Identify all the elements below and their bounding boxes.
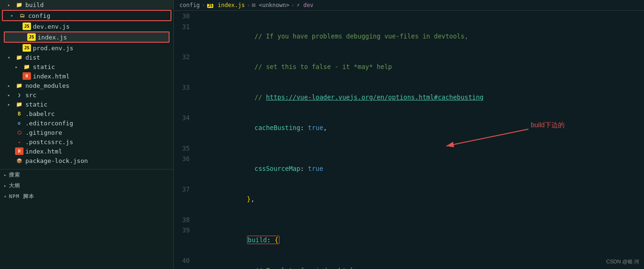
sidebar-label-config: config <box>28 12 169 19</box>
table-row: 38 <box>174 215 644 225</box>
babelrc-icon: B <box>15 110 23 117</box>
section-npm-label: NPM 脚本 <box>9 193 34 200</box>
sidebar-item-editorconfig[interactable]: ⚙ .editorconfig <box>0 118 173 128</box>
watermark: CSDN @银·河 <box>606 258 639 265</box>
line-number: 30 <box>174 11 197 22</box>
line-code: }, <box>197 184 644 215</box>
sidebar-label-static-root: static <box>25 101 171 108</box>
pkg-icon: 📦 <box>15 157 23 164</box>
sidebar-label-editorconfig: .editorconfig <box>25 120 171 127</box>
line-code <box>197 143 644 154</box>
table-row: 39 build: { <box>174 225 644 255</box>
line-number: 39 <box>174 225 197 255</box>
postcss-icon: ✦ <box>15 138 23 146</box>
line-code: // If you have problems debugging vue-fi… <box>197 22 644 52</box>
table-row: 30 <box>174 11 644 22</box>
line-number: 31 <box>174 22 197 52</box>
line-number: 40 <box>174 255 197 269</box>
sidebar-label-build: build <box>25 1 171 8</box>
section-outline[interactable]: ▸ 大纲 <box>0 180 173 191</box>
html-icon-2: H <box>15 147 23 155</box>
table-row: 34 cacheBusting: true, <box>174 113 644 143</box>
sidebar-label-src: src <box>25 92 171 99</box>
sidebar-item-index-html-dist[interactable]: H index.html <box>0 71 173 81</box>
sidebar-item-gitignore[interactable]: ⬡ .gitignore <box>0 128 173 137</box>
config-folder-icon: 🗂 <box>18 12 26 19</box>
chevron-config-icon <box>10 13 18 18</box>
line-code: build: { <box>197 225 644 255</box>
sidebar-item-babelrc[interactable]: B .babelrc <box>0 109 173 118</box>
line-number: 32 <box>174 52 197 82</box>
sidebar-item-dev-env-js[interactable]: JS dev.env.js <box>0 22 173 31</box>
sidebar-label-dev-env-js: dev.env.js <box>33 23 171 30</box>
section-search[interactable]: ▸ 搜索 <box>0 169 173 180</box>
line-number: 35 <box>174 143 197 154</box>
breadcrumb-sep-3: › <box>291 2 295 8</box>
folder-static-icon: 📁 <box>23 63 31 70</box>
folder-nm-icon: 📁 <box>15 82 23 89</box>
folder-src-icon: ❯ <box>15 91 23 99</box>
chevron-nm-icon <box>8 83 15 88</box>
sidebar-label-index-js: index.js <box>38 34 167 41</box>
sidebar-item-prod-env-js[interactable]: JS prod.env.js <box>0 43 173 53</box>
line-code: // set this to false - it *may* help <box>197 52 644 82</box>
line-code: cacheBusting: true, <box>197 113 644 143</box>
table-row: 37 }, <box>174 184 644 215</box>
sidebar-item-package-lock[interactable]: 📦 package-lock.json <box>0 156 173 165</box>
line-number: 33 <box>174 82 197 113</box>
sidebar-label-gitignore: .gitignore <box>25 129 171 136</box>
sidebar-label-package-lock: package-lock.json <box>25 157 171 164</box>
code-container[interactable]: build下边的 30 31 // If y <box>174 11 644 269</box>
sidebar-label-postcss: .postcssrc.js <box>25 138 171 146</box>
line-code: // Template for index.html <box>197 255 644 269</box>
line-number: 37 <box>174 184 197 215</box>
table-row: 31 // If you have problems debugging vue… <box>174 22 644 52</box>
sidebar-label-static: static <box>33 63 171 70</box>
folder-dist-icon: 📁 <box>15 54 23 61</box>
folder-static-root-icon: 📁 <box>15 100 23 108</box>
line-number: 36 <box>174 154 197 184</box>
table-row: 33 // https://vue-loader.vuejs.org/en/op… <box>174 82 644 113</box>
breadcrumb-sep-2: › <box>247 2 250 8</box>
html-icon: H <box>23 72 31 80</box>
sidebar-item-static-root[interactable]: 📁 static <box>0 100 173 109</box>
line-number: 38 <box>174 215 197 225</box>
chevron-build-icon <box>8 2 15 8</box>
sidebar-label-babelrc: .babelrc <box>25 110 171 117</box>
line-code: cssSourceMap: true <box>197 154 644 184</box>
line-code: // https://vue-loader.vuejs.org/en/optio… <box>197 82 644 113</box>
sidebar-item-node-modules[interactable]: 📁 node_modules <box>0 81 173 90</box>
chevron-src-icon <box>8 92 15 98</box>
sidebar-label-node-modules: node_modules <box>25 82 171 89</box>
sidebar-item-postcss[interactable]: ✦ .postcssrc.js <box>0 137 173 146</box>
code-table: 30 31 // If you have problems debugging … <box>174 11 644 269</box>
js-icon-3: JS <box>23 44 31 52</box>
breadcrumb-dev: ⚡ dev <box>296 2 313 8</box>
sidebar-label-index-html-root: index.html <box>25 148 171 155</box>
chevron-dist-icon <box>8 55 15 60</box>
sidebar-item-static-dist[interactable]: 📁 static <box>0 62 173 71</box>
table-row: 32 // set this to false - it *may* help <box>174 52 644 82</box>
sidebar-item-config[interactable]: 🗂 config <box>2 10 171 21</box>
sidebar-label-prod-env-js: prod.env.js <box>33 45 171 52</box>
line-number: 34 <box>174 113 197 143</box>
chevron-static-root-icon <box>8 102 15 107</box>
sidebar-item-index-html-root[interactable]: H index.html <box>0 146 173 156</box>
table-row: 35 <box>174 143 644 154</box>
sidebar-item-src[interactable]: ❯ src <box>0 90 173 100</box>
breadcrumb-config: config <box>179 2 200 8</box>
js-icon-2: JS <box>27 33 36 41</box>
breadcrumb: config › JS index.js › ⊡ <unknown> › ⚡ d… <box>174 0 644 11</box>
chevron-static-icon <box>15 64 23 69</box>
table-row: 36 cssSourceMap: true <box>174 154 644 184</box>
editor-area: config › JS index.js › ⊡ <unknown> › ⚡ d… <box>174 0 644 269</box>
breadcrumb-sep-1: › <box>202 2 205 8</box>
sidebar-label-index-html-dist: index.html <box>33 73 171 80</box>
gitignore-icon: ⬡ <box>15 129 23 136</box>
table-row: 40 // Template for index.html <box>174 255 644 269</box>
section-npm[interactable]: ▾ NPM 脚本 <box>0 191 173 202</box>
sidebar-item-build[interactable]: 📁 build <box>0 0 173 9</box>
sidebar-item-index-js[interactable]: JS index.js <box>4 31 170 43</box>
sidebar-item-dist[interactable]: 📁 dist <box>0 53 173 62</box>
folder-icon: 📁 <box>15 1 23 8</box>
